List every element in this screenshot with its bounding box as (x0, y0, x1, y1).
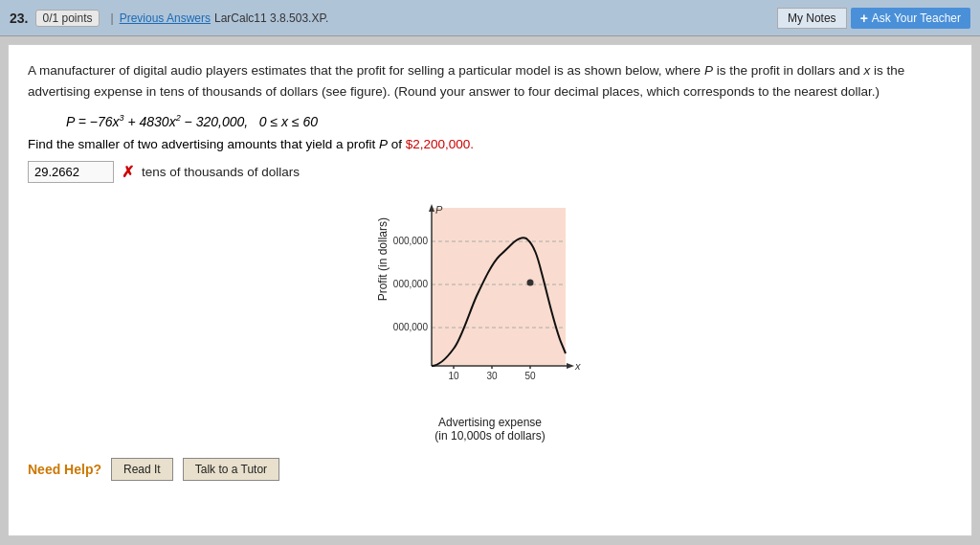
previous-answers-link[interactable]: Previous Answers (120, 11, 211, 25)
course-code: LarCalc11 3.8.503.XP. (214, 11, 328, 25)
question-number: 23. (10, 11, 28, 26)
points-badge: 0/1 points (35, 10, 99, 27)
svg-text:10: 10 (448, 371, 459, 381)
chart-svg: 3,000,000 2,000,000 1,000,000 10 30 50 x (393, 198, 604, 409)
chart-container: Profit (in dollars) (28, 198, 952, 443)
chart-svg-area: 3,000,000 2,000,000 1,000,000 10 30 50 x (393, 198, 604, 412)
find-text: Find the smaller of two advertising amou… (28, 137, 952, 151)
svg-text:3,000,000: 3,000,000 (393, 236, 428, 246)
talk-to-tutor-button[interactable]: Talk to a Tutor (183, 458, 279, 481)
formula-display: P = −76x3 + 4830x2 − 320,000, 0 ≤ x ≤ 60 (66, 113, 952, 129)
wrong-mark-icon: ✗ (122, 163, 134, 181)
chart-wrapper: Profit (in dollars) (376, 198, 604, 443)
svg-text:x: x (574, 360, 581, 372)
header-right: My Notes + Ask Your Teacher (777, 8, 970, 29)
ask-teacher-button[interactable]: + Ask Your Teacher (851, 8, 970, 29)
answer-input[interactable] (28, 161, 114, 183)
y-axis-label: Profit (in dollars) (376, 217, 390, 301)
help-section: Need Help? Read It Talk to a Tutor (28, 458, 952, 481)
separator: | (111, 11, 114, 25)
svg-text:1,000,000: 1,000,000 (393, 322, 428, 332)
ask-teacher-label: Ask Your Teacher (872, 11, 961, 25)
problem-description: A manufacturer of digital audio players … (28, 60, 952, 102)
svg-text:30: 30 (486, 371, 498, 381)
x-axis-label: Advertising expense (in 10,000s of dolla… (434, 416, 545, 443)
chart-inner: Profit (in dollars) (376, 198, 604, 412)
plus-icon: + (860, 11, 868, 26)
my-notes-button[interactable]: My Notes (777, 8, 847, 29)
header-bar: 23. 0/1 points | Previous Answers LarCal… (0, 0, 980, 36)
svg-text:P: P (435, 204, 443, 216)
read-it-button[interactable]: Read It (111, 458, 173, 481)
main-content: A manufacturer of digital audio players … (8, 44, 972, 536)
answer-row: ✗ tens of thousands of dollars (28, 161, 952, 183)
x-axis-label-line2: (in 10,000s of dollars) (434, 429, 545, 443)
svg-text:50: 50 (524, 371, 536, 381)
need-help-label: Need Help? (28, 462, 101, 477)
profit-value: $2,200,000. (406, 137, 474, 151)
svg-point-19 (527, 279, 534, 285)
units-text: tens of thousands of dollars (142, 165, 300, 179)
svg-text:2,000,000: 2,000,000 (393, 279, 428, 289)
x-axis-label-line1: Advertising expense (438, 416, 542, 429)
svg-marker-7 (567, 363, 574, 369)
